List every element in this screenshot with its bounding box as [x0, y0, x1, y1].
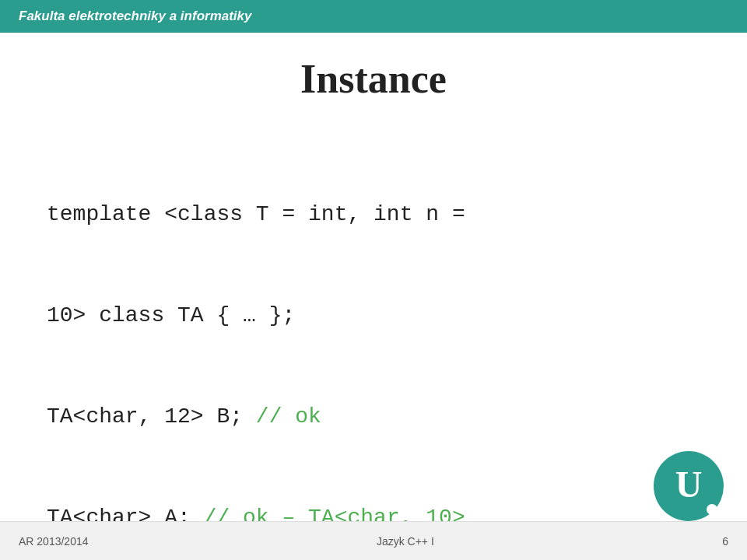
university-title: Fakulta elektrotechniky a informatiky — [19, 9, 252, 24]
footer-bar: AR 2013/2014 Jazyk C++ I 6 — [0, 521, 747, 560]
main-content: Instance template <class T = int, int n … — [0, 33, 747, 521]
code-text: template <class T = int, int n = — [47, 202, 465, 226]
code-line-1a: template <class T = int, int n = — [47, 198, 465, 231]
code-text: TA<char, 12> B; // ok — [47, 404, 321, 429]
slide-title: Instance — [47, 56, 700, 102]
logo-letter: U — [675, 466, 703, 503]
footer-course: Jazyk C++ I — [377, 535, 434, 548]
header-bar: Fakulta elektrotechniky a informatiky — [0, 0, 747, 33]
code-line-2: TA<char, 12> B; // ok — [47, 401, 465, 433]
logo-dot — [707, 504, 717, 515]
footer-page: 6 — [722, 535, 728, 548]
code-comment-2: // ok — [256, 404, 321, 429]
logo-circle: U — [654, 451, 724, 521]
code-line-1b: 10> class TA { … }; — [47, 299, 465, 332]
logo-container: U — [654, 451, 724, 521]
footer-year: AR 2013/2014 — [19, 535, 89, 548]
code-block: template <class T = int, int n = 10> cla… — [47, 133, 465, 560]
code-text: 10> class TA { … }; — [47, 303, 295, 327]
